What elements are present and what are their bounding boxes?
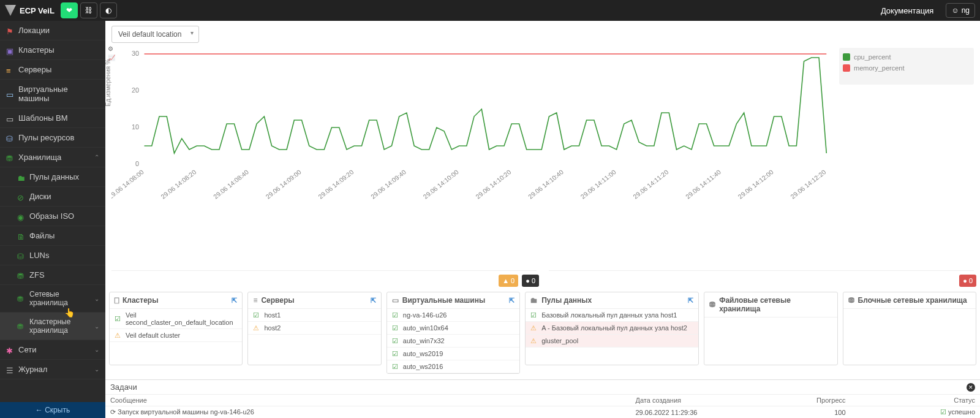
dropdown-value: Veil default location	[118, 30, 181, 39]
nav-clusters[interactable]: ▣Кластеры	[0, 40, 105, 60]
cluster-icon: ▣	[6, 47, 13, 54]
heart-button[interactable]: ❤	[61, 2, 78, 18]
list-item[interactable]: ☑ng-va-146-u26	[387, 309, 519, 322]
task-msg: Запуск виртуальной машины ng-va-146-u26	[118, 408, 254, 416]
hide-sidebar-button[interactable]: ← Скрыть	[0, 402, 105, 418]
svg-text:29.06 14:08:40: 29.06 14:08:40	[212, 169, 250, 200]
nav-luns[interactable]: ⛁LUNs	[0, 246, 105, 265]
list-item[interactable]: ☑auto_ws2019	[387, 348, 519, 360]
check-icon: ☑	[392, 350, 399, 357]
task-spinner-icon: ⟳	[110, 408, 116, 416]
nav-locations[interactable]: ⚑Локации	[0, 21, 105, 40]
card-title: Серверы	[261, 296, 294, 305]
nav-servers[interactable]: ≡Серверы	[0, 60, 105, 80]
nav-templates[interactable]: ▭Шаблоны ВМ	[0, 108, 105, 128]
task-row[interactable]: ⟳ Запуск виртуальной машины ng-va-146-u2…	[105, 406, 980, 418]
popout-icon[interactable]: ⇱	[371, 297, 376, 305]
nav-journal[interactable]: ☰Журнал⌄	[0, 360, 105, 379]
svg-text:29.06 14:11:20: 29.06 14:11:20	[632, 169, 670, 200]
globe-button[interactable]: ◐	[100, 2, 117, 18]
legend-mem[interactable]: memory_percent	[843, 63, 970, 74]
card-pools: 🖿Пулы данных⇱ ☑Базовый локальный пул дан…	[525, 292, 699, 365]
template-icon: ▭	[6, 115, 13, 122]
list-item[interactable]: ⚠host2	[248, 322, 380, 335]
svg-text:29.06 14:10:40: 29.06 14:10:40	[527, 169, 565, 200]
svg-text:29.06 14:09:40: 29.06 14:09:40	[369, 169, 407, 200]
folder-icon: 🖿	[530, 296, 538, 305]
tasks-title: Задачи	[110, 382, 137, 392]
location-dropdown[interactable]: Veil default location	[111, 26, 199, 43]
empty-panel-left	[111, 210, 537, 271]
nav-disks[interactable]: ⊘Диски	[0, 187, 105, 207]
nav-zfs[interactable]: ⛃ZFS	[0, 265, 105, 285]
list-item[interactable]: ⚠gluster_pool	[526, 335, 698, 348]
nav-storage[interactable]: ⛃Хранилища⌃	[0, 148, 105, 167]
list-item[interactable]: ☑auto_win7x32	[387, 335, 519, 348]
svg-text:29.06 14:11:00: 29.06 14:11:00	[579, 169, 617, 200]
status-badges-right: ● 0	[543, 273, 980, 288]
check-icon: ☑	[392, 311, 399, 319]
error-badge[interactable]: ● 0	[959, 275, 976, 287]
file-icon: 🗎	[17, 232, 24, 240]
task-status: успешно	[948, 408, 975, 416]
popout-icon[interactable]: ⇱	[688, 297, 693, 305]
nav-label: LUNs	[29, 251, 50, 260]
nav-netstorage[interactable]: ⛃Сетевые хранилища⌄	[0, 285, 105, 313]
nav-files[interactable]: 🗎Файлы	[0, 226, 105, 246]
list-item[interactable]: ☑auto_win10x64	[387, 322, 519, 335]
svg-text:0: 0	[135, 161, 139, 167]
sidebar: ⚑Локации ▣Кластеры ≡Серверы ▭Виртуальные…	[0, 21, 105, 418]
list-item[interactable]: ☑Базовый локальный пул данных узла host1	[526, 309, 698, 322]
netstore-icon: ⛃	[709, 300, 715, 309]
tasks-columns: Сообщение Дата создания Прогресс Статус	[105, 395, 980, 406]
summary-panels: ⎕Кластеры⇱ ☑Veil second_claster_on_defau…	[105, 288, 980, 378]
chevron-down-icon: ⌄	[94, 346, 99, 353]
network-icon: ✱	[6, 346, 13, 354]
card-nfs: ⛃Файловые сетевые хранилища	[704, 292, 837, 365]
nav-label: Серверы	[18, 65, 51, 74]
nav-clusterstorage[interactable]: ⛃Кластерные хранилища⌄	[0, 313, 105, 340]
nav-vms[interactable]: ▭Виртуальные машины	[0, 80, 105, 108]
documentation-link[interactable]: Документация	[881, 6, 934, 15]
nav-iso[interactable]: ◉Образы ISO	[0, 207, 105, 226]
sitemap-button[interactable]: ⛓	[80, 2, 97, 18]
item-label: auto_win10x64	[403, 324, 448, 332]
nav-datapools[interactable]: 🖿Пулы данных	[0, 167, 105, 187]
nav-label: Шаблоны ВМ	[18, 113, 68, 123]
col-status: Статус	[870, 397, 976, 404]
blockstore-icon: ⛃	[848, 296, 854, 305]
swatch-icon	[843, 64, 850, 72]
nav-label: ZFS	[29, 270, 45, 279]
server-icon: ≡	[6, 66, 13, 74]
usage-chart[interactable]: Ед.измерения % 010203029.06 14:08:0029.0…	[111, 48, 833, 207]
item-label: host2	[264, 324, 281, 332]
list-item[interactable]: ☑Veil second_claster_on_default_location	[110, 309, 242, 329]
check-icon: ☑	[392, 324, 399, 332]
list-item[interactable]: ☑auto_ws2016	[387, 360, 519, 373]
legend-cpu[interactable]: cpu_percent	[843, 51, 970, 63]
y-axis-label: Ед.измерения %	[105, 59, 111, 106]
badge-count: 0	[532, 277, 535, 284]
info-badge[interactable]: ● 0	[522, 275, 539, 287]
nav-networks[interactable]: ✱Сети⌄	[0, 340, 105, 360]
item-label: auto_win7x32	[403, 337, 445, 344]
user-menu[interactable]: ☺ng	[946, 3, 975, 18]
nav-label: Сети	[18, 345, 36, 354]
list-item[interactable]: ☑host1	[248, 309, 380, 322]
chart-area: ⚙ 📈 Ед.измерения % 010203029.06 14:08:00…	[105, 48, 980, 207]
list-item[interactable]: ⚠Veil default cluster	[110, 329, 242, 342]
check-icon: ☑	[253, 311, 260, 319]
warn-badge[interactable]: ▲ 0	[499, 275, 518, 287]
svg-text:29.06 14:09:00: 29.06 14:09:00	[265, 169, 303, 200]
warn-icon: ⚠	[530, 324, 538, 332]
nav-label: Кластерные хранилища	[29, 317, 89, 335]
popout-icon[interactable]: ⇱	[232, 297, 237, 305]
app-logo-icon	[5, 5, 16, 16]
svg-text:29.06 14:12:00: 29.06 14:12:00	[737, 169, 775, 200]
list-item[interactable]: ⚠A - Базовый локальный пул данных узла h…	[526, 322, 698, 335]
nav-respools[interactable]: ⛁Пулы ресурсов	[0, 128, 105, 148]
close-icon[interactable]: ✕	[967, 383, 975, 392]
check-icon: ☑	[115, 315, 122, 322]
swatch-icon	[843, 53, 850, 61]
popout-icon[interactable]: ⇱	[509, 297, 514, 305]
